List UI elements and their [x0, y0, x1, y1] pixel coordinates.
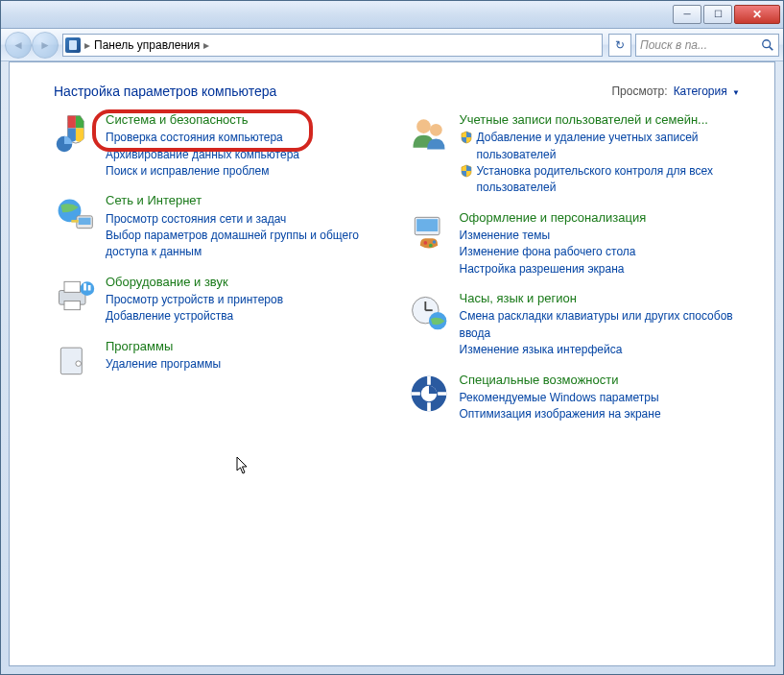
refresh-icon: ↻ [615, 38, 625, 52]
chevron-down-icon: ▼ [732, 88, 740, 97]
category-title-link[interactable]: Система и безопасность [106, 112, 387, 128]
printer-icon [54, 275, 96, 317]
task-link[interactable]: Изменение темы [460, 228, 741, 244]
task-link[interactable]: Рекомендуемые Windows параметры [460, 390, 741, 406]
view-by: Просмотр: Категория ▼ [611, 84, 740, 98]
task-link[interactable]: Удаление программы [106, 356, 387, 373]
task-label: Изменение фона рабочего стола [460, 244, 636, 260]
task-link[interactable]: Изменение фона рабочего стола [460, 244, 741, 260]
task-label: Проверка состояния компьютера [106, 130, 283, 146]
maximize-icon: ☐ [714, 10, 723, 19]
search-input[interactable]: Поиск в па... [635, 34, 779, 57]
control-panel-icon [65, 37, 81, 53]
maximize-button[interactable]: ☐ [703, 5, 732, 24]
task-link[interactable]: Установка родительского контроля для все… [460, 163, 741, 197]
category-title-link[interactable]: Учетные записи пользователей и семейн... [460, 112, 741, 128]
task-link[interactable]: Оптимизация изображения на экране [460, 406, 741, 422]
task-label: Настройка разрешения экрана [460, 261, 625, 277]
navigation-bar: ◄ ► ▸ Панель управления ▸ ↻ Поиск в па..… [1, 29, 783, 61]
nav-arrows: ◄ ► [5, 32, 59, 59]
task-link[interactable]: Выбор параметров домашней группы и общег… [106, 228, 387, 261]
breadcrumb-text[interactable]: Панель управления [94, 38, 200, 52]
refresh-button[interactable]: ↻ [608, 34, 631, 57]
search-icon [761, 38, 774, 52]
window: ─ ☐ ✕ ◄ ► ▸ Панель управления ▸ ↻ Пои [0, 0, 784, 675]
column-left: Система и безопасностьПроверка состояния… [54, 112, 387, 437]
task-label: Архивирование данных компьютера [106, 147, 299, 163]
category-item: Учетные записи пользователей и семейн...… [408, 112, 741, 197]
task-link[interactable]: Поиск и исправление проблем [106, 163, 387, 180]
back-icon: ◄ [12, 38, 24, 52]
view-by-label: Просмотр: [611, 84, 667, 98]
task-label: Поиск и исправление проблем [106, 163, 269, 180]
task-label: Добавление и удаление учетных записей по… [477, 130, 741, 163]
category-item: Сеть и ИнтернетПросмотр состояния сети и… [54, 193, 387, 260]
category-item: Система и безопасностьПроверка состояния… [54, 112, 387, 180]
close-icon: ✕ [752, 9, 762, 20]
task-link[interactable]: Добавление устройства [106, 308, 387, 325]
category-body: ПрограммыУдаление программы [106, 339, 387, 381]
task-link[interactable]: Проверка состояния компьютера [106, 130, 387, 146]
task-link[interactable]: Просмотр устройств и принтеров [106, 292, 387, 308]
category-body: Часы, язык и регионСмена раскладки клави… [460, 291, 741, 358]
task-link[interactable]: Изменение языка интерфейса [460, 342, 741, 358]
forward-icon: ► [39, 38, 51, 52]
task-link[interactable]: Смена раскладки клавиатуры или других сп… [460, 308, 741, 342]
category-title-link[interactable]: Сеть и Интернет [106, 193, 387, 208]
search-placeholder: Поиск в па... [640, 38, 757, 52]
category-columns: Система и безопасностьПроверка состояния… [54, 112, 740, 437]
svg-point-0 [763, 39, 771, 47]
uac-shield-icon [460, 164, 473, 178]
category-item: Часы, язык и регионСмена раскладки клави… [408, 291, 741, 358]
palette-icon [408, 210, 450, 253]
ease-icon [408, 373, 450, 415]
category-item: Оборудование и звукПросмотр устройств и … [54, 275, 387, 325]
category-body: Система и безопасностьПроверка состояния… [106, 112, 387, 180]
back-button[interactable]: ◄ [5, 32, 32, 59]
task-label: Смена раскладки клавиатуры или других сп… [460, 308, 741, 342]
column-right: Учетные записи пользователей и семейн...… [408, 112, 741, 437]
category-item: ПрограммыУдаление программы [54, 339, 387, 381]
titlebar: ─ ☐ ✕ [1, 1, 783, 29]
view-by-value: Категория [674, 84, 727, 98]
close-button[interactable]: ✕ [734, 5, 780, 24]
category-body: Специальные возможностиРекомендуемые Win… [460, 373, 741, 423]
category-title-link[interactable]: Оформление и персонализация [460, 210, 741, 226]
task-label: Изменение темы [460, 228, 551, 244]
category-item: Оформление и персонализацияИзменение тем… [408, 210, 741, 277]
category-title-link[interactable]: Часы, язык и регион [460, 291, 741, 306]
category-title-link[interactable]: Оборудование и звук [106, 275, 387, 290]
task-link[interactable]: Настройка разрешения экрана [460, 261, 741, 277]
task-label: Просмотр состояния сети и задач [106, 211, 286, 228]
address-bar[interactable]: ▸ Панель управления ▸ [62, 34, 603, 57]
minimize-button[interactable]: ─ [673, 5, 701, 24]
category-title-link[interactable]: Специальные возможности [460, 373, 741, 388]
category-body: Сеть и ИнтернетПросмотр состояния сети и… [106, 193, 387, 260]
users-icon [408, 112, 450, 155]
category-body: Учетные записи пользователей и семейн...… [460, 112, 741, 197]
cursor-icon [236, 456, 249, 475]
page-title: Настройка параметров компьютера [54, 84, 276, 99]
task-label: Оптимизация изображения на экране [460, 406, 661, 422]
task-label: Изменение языка интерфейса [460, 342, 623, 358]
category-title-link[interactable]: Программы [106, 339, 387, 354]
breadcrumb-sep: ▸ [203, 38, 209, 52]
task-link[interactable]: Добавление и удаление учетных записей по… [460, 130, 741, 163]
uac-shield-icon [460, 131, 473, 144]
category-item: Специальные возможностиРекомендуемые Win… [408, 373, 741, 423]
breadcrumb-sep: ▸ [84, 38, 90, 52]
minimize-icon: ─ [683, 10, 690, 19]
forward-button[interactable]: ► [32, 32, 59, 59]
clock-globe-icon [408, 291, 450, 333]
heading-row: Настройка параметров компьютера Просмотр… [54, 84, 740, 99]
task-label: Установка родительского контроля для все… [477, 163, 741, 197]
content-pane: Настройка параметров компьютера Просмотр… [9, 61, 775, 666]
view-by-dropdown[interactable]: Категория ▼ [674, 84, 740, 98]
category-body: Оборудование и звукПросмотр устройств и … [106, 275, 387, 325]
task-link[interactable]: Архивирование данных компьютера [106, 147, 387, 163]
disc-box-icon [54, 339, 96, 381]
task-label: Рекомендуемые Windows параметры [460, 390, 659, 406]
task-link[interactable]: Просмотр состояния сети и задач [106, 211, 387, 228]
shield-pie-icon [54, 112, 96, 155]
globe-net-icon [54, 193, 96, 235]
